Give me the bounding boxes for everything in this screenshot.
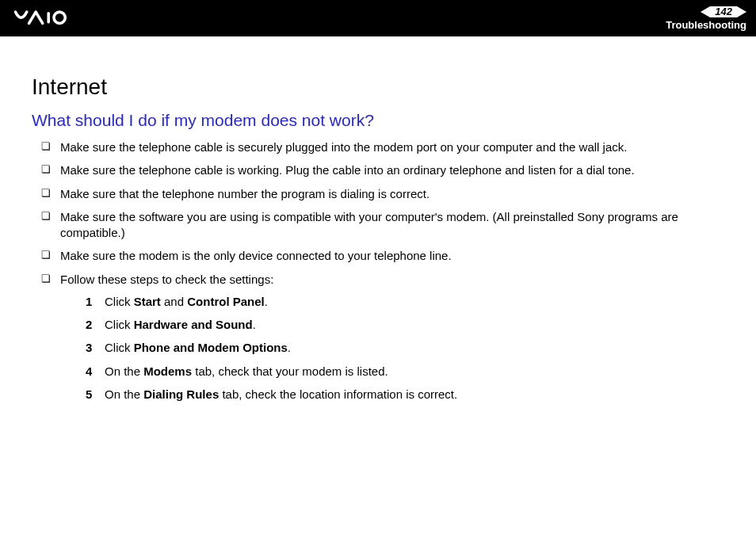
header-right: 142 Troubleshooting (666, 6, 746, 31)
list-item: Make sure the modem is the only device c… (41, 248, 729, 264)
page-nav: 142 (701, 6, 746, 17)
bullet-text: Make sure the telephone cable is working… (60, 163, 635, 177)
list-item: Make sure the telephone cable is securel… (41, 139, 729, 155)
step-number: 1 (86, 294, 92, 310)
page-number: 142 (710, 6, 737, 17)
bullet-text: Make sure the telephone cable is securel… (60, 140, 627, 154)
prev-page-icon[interactable] (701, 6, 710, 17)
bullet-text: Make sure the modem is the only device c… (60, 249, 452, 262)
vaio-logo (14, 10, 94, 27)
svg-rect-0 (47, 12, 50, 23)
bullet-text: Make sure that the telephone number the … (60, 187, 430, 200)
step-item: 4On the Modems tab, check that your mode… (86, 364, 729, 380)
step-item: 2Click Hardware and Sound. (86, 317, 729, 333)
question-heading: What should I do if my modem does not wo… (32, 111, 729, 130)
step-number: 5 (86, 387, 92, 402)
step-item: 5On the Dialing Rules tab, check the loc… (86, 387, 729, 402)
list-item: Follow these steps to check the settings… (41, 272, 729, 403)
step-item: 3Click Phone and Modem Options. (86, 340, 729, 356)
step-number: 3 (86, 340, 92, 356)
svg-point-1 (54, 12, 65, 23)
step-number: 2 (86, 317, 92, 333)
step-number: 4 (86, 364, 92, 380)
page-content: Internet What should I do if my modem do… (0, 36, 756, 402)
next-page-icon[interactable] (737, 6, 746, 17)
page-title: Internet (32, 74, 729, 100)
list-item: Make sure that the telephone number the … (41, 186, 729, 202)
list-item: Make sure the telephone cable is working… (41, 162, 729, 178)
list-item: Make sure the software you are using is … (41, 209, 729, 242)
bullet-text: Make sure the software you are using is … (60, 210, 678, 239)
page-header: 142 Troubleshooting (0, 0, 756, 36)
steps-list: 1Click Start and Control Panel. 2Click H… (60, 294, 729, 402)
bullet-text: Follow these steps to check the settings… (60, 273, 273, 286)
section-label: Troubleshooting (666, 19, 746, 31)
step-item: 1Click Start and Control Panel. (86, 294, 729, 310)
bullet-list: Make sure the telephone cable is securel… (32, 139, 729, 402)
